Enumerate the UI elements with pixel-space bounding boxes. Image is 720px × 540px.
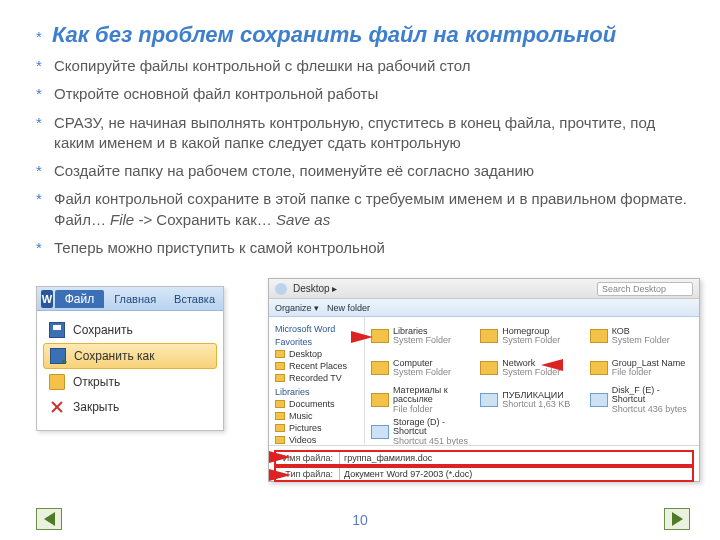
- item-sub: Shortcut 1,63 KB: [502, 399, 570, 409]
- sidebar-item[interactable]: Recent Places: [273, 360, 360, 372]
- folder-icon: [371, 361, 389, 375]
- sidebar-item-desktop[interactable]: Desktop: [273, 348, 360, 360]
- folder-icon: [371, 329, 389, 343]
- folder-icon: [275, 362, 285, 370]
- dialog-titlebar: Сохранение документа Desktop ▸ Search De…: [269, 279, 699, 299]
- bullet-item: Теперь можно приступить к самой контроль…: [36, 238, 690, 258]
- folder-icon: [590, 329, 608, 343]
- item-sub: File folder: [612, 367, 652, 377]
- grid-item[interactable]: ComputerSystem Folder: [371, 353, 474, 383]
- grid-item[interactable]: Материалы к рассылкеFile folder: [371, 385, 474, 415]
- new-folder-button[interactable]: New folder: [327, 303, 370, 313]
- filename-row: Имя файла: группа_фамилия.doc: [275, 451, 693, 465]
- bullet-item: Откройте основной файл контрольной работ…: [36, 84, 690, 104]
- folder-icon: [480, 361, 498, 375]
- bullet-item: СРАЗУ, не начиная выполнять контрольную,…: [36, 113, 690, 154]
- item-sub: System Folder: [612, 335, 670, 345]
- filename-field[interactable]: группа_фамилия.doc: [339, 451, 693, 465]
- dialog-file-grid: LibrariesSystem Folder HomegroupSystem F…: [365, 317, 699, 445]
- grid-item-target[interactable]: Group_Last NameFile folder: [590, 353, 693, 383]
- sidebar-item[interactable]: Recorded TV: [273, 372, 360, 384]
- grid-item[interactable]: NetworkSystem Folder: [480, 353, 583, 383]
- breadcrumb[interactable]: Desktop ▸: [293, 283, 337, 294]
- red-arrow-icon: [541, 359, 563, 371]
- nav-back-icon[interactable]: [275, 283, 287, 295]
- shortcut-icon: [371, 425, 389, 439]
- grid-item[interactable]: LibrariesSystem Folder: [371, 321, 474, 351]
- item-title: Disk_F (E) - Shortcut: [612, 385, 660, 404]
- shortcut-icon: [480, 393, 498, 407]
- word-app-icon: W: [41, 290, 53, 308]
- word-ribbon-tabs: W Файл Главная Вставка: [37, 287, 223, 311]
- sidebar-item-label: Music: [289, 411, 313, 421]
- folder-icon: [371, 393, 389, 407]
- slide-title: Как без проблем сохранить файл на контро…: [52, 22, 616, 47]
- sidebar-item[interactable]: Videos: [273, 434, 360, 445]
- bullet-text: Файл контрольной сохраните в этой папке …: [54, 190, 687, 227]
- menu-label: Сохранить как: [74, 349, 154, 363]
- item-sub: System Folder: [393, 335, 451, 345]
- menu-close[interactable]: Закрыть: [43, 395, 217, 419]
- item-sub: System Folder: [393, 367, 451, 377]
- item-title: Storage (D) - Shortcut: [393, 417, 445, 436]
- sidebar-header: Libraries: [275, 387, 360, 397]
- item-sub: System Folder: [502, 335, 560, 345]
- menu-label: Открыть: [73, 375, 120, 389]
- tab-home[interactable]: Главная: [106, 291, 164, 307]
- save-as-dialog: Сохранение документа Desktop ▸ Search De…: [268, 278, 700, 482]
- open-icon: [49, 374, 65, 390]
- save-icon: [49, 322, 65, 338]
- menu-open[interactable]: Открыть: [43, 370, 217, 394]
- chevron-left-icon: [44, 512, 55, 526]
- sidebar-item-label: Recent Places: [289, 361, 347, 371]
- grid-item[interactable]: HomegroupSystem Folder: [480, 321, 583, 351]
- sidebar-item[interactable]: Music: [273, 410, 360, 422]
- prev-button[interactable]: [36, 508, 62, 530]
- item-sub: Shortcut 436 bytes: [612, 404, 687, 414]
- shortcut-icon: [590, 393, 608, 407]
- sidebar-item-label: Documents: [289, 399, 335, 409]
- menu-label: Закрыть: [73, 400, 119, 414]
- filetype-row: Тип файла: Документ Word 97-2003 (*.doc): [275, 467, 693, 481]
- tab-file[interactable]: Файл: [55, 290, 105, 308]
- grid-item[interactable]: Storage (D) - ShortcutShortcut 451 bytes: [371, 417, 474, 445]
- grid-item[interactable]: Disk_F (E) - ShortcutShortcut 436 bytes: [590, 385, 693, 415]
- page-number: 10: [0, 512, 720, 528]
- folder-icon: [275, 400, 285, 408]
- menu-save-as[interactable]: Сохранить как: [43, 343, 217, 369]
- bullet-item: Создайте папку на рабочем столе, поимену…: [36, 161, 690, 181]
- dialog-body: Microsoft Word Favorites Desktop Recent …: [269, 317, 699, 445]
- sidebar-header: Microsoft Word: [275, 324, 360, 334]
- next-button[interactable]: [664, 508, 690, 530]
- sidebar-item-label: Recorded TV: [289, 373, 342, 383]
- item-sub: File folder: [393, 404, 433, 414]
- red-arrow-icon: [269, 451, 291, 463]
- figures-area: W Файл Главная Вставка Сохранить Сохрани…: [36, 286, 702, 482]
- folder-icon: [275, 424, 285, 432]
- folder-icon: [275, 374, 285, 382]
- menu-save[interactable]: Сохранить: [43, 318, 217, 342]
- item-title: Материалы к рассылке: [393, 385, 448, 404]
- close-icon: [49, 399, 65, 415]
- folder-icon: [275, 412, 285, 420]
- filetype-field[interactable]: Документ Word 97-2003 (*.doc): [339, 467, 693, 481]
- bullet-list: Скопируйте файлы контрольной с флешки на…: [0, 56, 720, 258]
- grid-item[interactable]: КОВSystem Folder: [590, 321, 693, 351]
- tab-insert[interactable]: Вставка: [166, 291, 223, 307]
- red-arrow-icon: [269, 469, 291, 481]
- folder-icon: [275, 436, 285, 444]
- sidebar-item[interactable]: Documents: [273, 398, 360, 410]
- bullet-item: Файл контрольной сохраните в этой папке …: [36, 189, 690, 230]
- organize-button[interactable]: Organize ▾: [275, 303, 319, 313]
- folder-icon: [590, 361, 608, 375]
- grid-item[interactable]: ПУБЛИКАЦИИShortcut 1,63 KB: [480, 385, 583, 415]
- menu-label: Сохранить: [73, 323, 133, 337]
- item-sub: Shortcut 451 bytes: [393, 436, 468, 445]
- dialog-footer: Имя файла: группа_фамилия.doc Тип файла:…: [269, 445, 699, 488]
- bullet-item: Скопируйте файлы контрольной с флешки на…: [36, 56, 690, 76]
- save-as-icon: [50, 348, 66, 364]
- sidebar-item[interactable]: Pictures: [273, 422, 360, 434]
- dialog-toolbar: Organize ▾ New folder: [269, 299, 699, 317]
- sidebar-item-label: Desktop: [289, 349, 322, 359]
- search-input[interactable]: Search Desktop: [597, 282, 693, 296]
